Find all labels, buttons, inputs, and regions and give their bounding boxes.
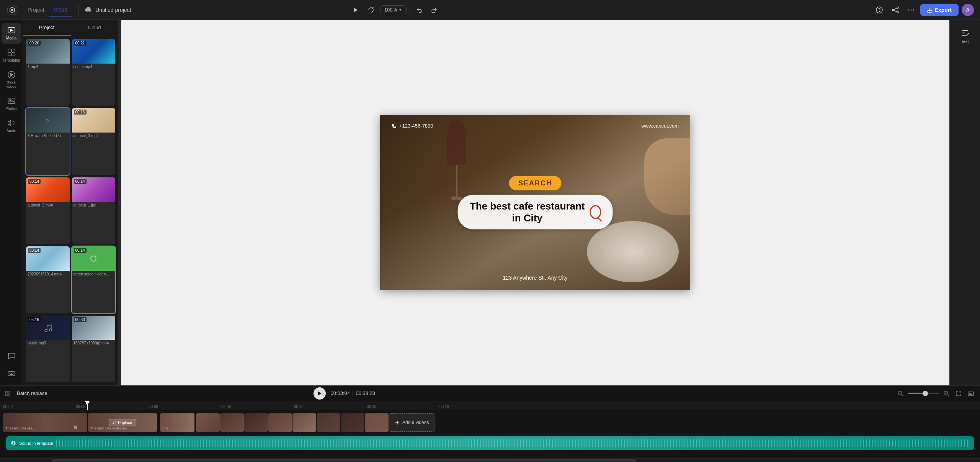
export-button[interactable]: Export — [920, 4, 959, 16]
small-video-clip[interactable] — [317, 413, 340, 432]
timeline-scroll-thumb[interactable] — [52, 459, 636, 462]
sidebar-item-audio[interactable]: Audio — [2, 116, 21, 136]
small-video-clip[interactable] — [292, 413, 316, 432]
small-video-clip[interactable] — [268, 413, 292, 432]
sidebar-item-photos[interactable]: Photos — [2, 93, 21, 114]
media-item[interactable]: 00:14 green screen video... — [72, 246, 116, 313]
timeline-tracks[interactable]: The best cafe res... The best cafe resta… — [0, 410, 980, 458]
video-track-row: The best cafe res... The best cafe resta… — [0, 410, 980, 435]
timeline-zoom-slider[interactable] — [908, 393, 939, 394]
topbar-right: Export A — [873, 4, 974, 16]
audio-icon — [7, 119, 16, 127]
small-video-clip[interactable] — [365, 413, 389, 432]
video-clip-2[interactable]: The best cafe restauran... Replace — [88, 413, 157, 432]
phone-number: +123-456-7890 — [399, 123, 433, 129]
media-filename: 3 How to Speed Up ... — [26, 133, 70, 139]
caption-btn[interactable] — [966, 389, 975, 398]
preview-website: www.capcut.com — [641, 123, 679, 129]
media-thumb: 00:14 — [26, 246, 70, 271]
media-cloud-tab[interactable]: Cloud — [71, 20, 119, 36]
ruler-mark: 00:15 — [367, 405, 439, 410]
export-label: Export — [935, 7, 952, 13]
photos-icon — [7, 97, 16, 105]
media-thumb: 00:14 — [72, 246, 116, 271]
media-filename: green screen video... — [72, 271, 116, 277]
sidebar-item-comment[interactable] — [2, 349, 21, 363]
help-btn[interactable] — [873, 5, 886, 15]
timeline-playhead[interactable] — [87, 401, 88, 410]
media-item[interactable]: 00:14 autocut_1.jpg — [72, 177, 116, 244]
replace-icon — [113, 421, 117, 424]
sidebar-item-keyboard[interactable] — [2, 366, 21, 381]
media-thumb: 00:33 — [72, 316, 116, 340]
zoom-level: 100% — [384, 7, 397, 13]
audio-track[interactable]: Sound in template — [6, 436, 974, 450]
sidebar-item-media[interactable]: Media — [2, 23, 21, 44]
video-clip-1[interactable]: The best cafe res... — [3, 413, 87, 432]
redo-btn[interactable] — [428, 5, 441, 15]
search-main-text: The best cafe restaurant in City — [469, 200, 585, 224]
media-item[interactable]: 2x 3 How to Speed Up ... — [26, 108, 70, 175]
media-filename: autocut_3.mp4 — [72, 133, 116, 139]
media-item[interactable]: 05:16 music.mp3 — [26, 316, 70, 382]
play-button[interactable] — [314, 387, 326, 400]
text-properties-item[interactable]: Text — [952, 25, 978, 48]
sidebar-item-stock-videos[interactable]: Stock videos — [2, 67, 21, 92]
media-project-tab[interactable]: Project — [23, 20, 71, 36]
media-item[interactable]: 00:33 168787 (1080p).mp4 — [72, 316, 116, 382]
video-clip-3[interactable]: 8.6s — [160, 413, 194, 432]
media-duration: 00:26 — [28, 41, 41, 46]
media-item[interactable]: 00:14 202309151914.mp4 — [26, 246, 70, 313]
media-item[interactable]: 00:13 autocut_3.mp4 — [72, 108, 116, 175]
small-video-clip[interactable] — [244, 413, 268, 432]
project-tab[interactable]: Project — [23, 3, 49, 16]
media-duration: 00:13 — [74, 110, 87, 115]
fullscreen-btn[interactable] — [954, 389, 963, 398]
svg-point-10 — [910, 9, 911, 10]
templates-label: Templates — [3, 58, 20, 63]
timeline-area: Batch replace 00:03:04 | 00:38:28 — [0, 385, 980, 462]
svg-rect-17 — [12, 53, 15, 56]
small-video-clip[interactable] — [220, 413, 244, 432]
clip-gap — [157, 413, 160, 432]
export-icon — [927, 7, 933, 13]
loop-btn[interactable] — [365, 5, 377, 15]
website-url: www.capcut.com — [641, 123, 679, 129]
zoom-out-btn[interactable] — [896, 389, 905, 398]
media-panel-tabs: Project Cloud — [23, 20, 118, 36]
play-preview-btn[interactable] — [350, 5, 362, 15]
avatar[interactable]: A — [962, 4, 974, 16]
timeline-scrollbar[interactable] — [0, 458, 980, 462]
hand-area — [644, 138, 690, 215]
search-text-box: The best cafe restaurant in City — [458, 195, 613, 229]
media-item[interactable]: 00:21 ocean.mp4 — [72, 39, 116, 106]
templates-icon — [7, 48, 16, 57]
more-btn[interactable] — [905, 5, 917, 15]
media-thumb: 2x — [26, 108, 70, 133]
media-item[interactable]: 00:26 1.mp4 — [26, 39, 70, 106]
zoom-control[interactable]: 100% — [380, 5, 407, 14]
svg-rect-31 — [8, 394, 10, 396]
ruler-mark: 00:00 — [3, 405, 76, 410]
cloud-tab[interactable]: Cloud — [49, 3, 72, 16]
add-icon — [395, 420, 400, 425]
media-filename: music.mp3 — [26, 340, 70, 346]
media-duration: 00:14 — [28, 248, 41, 253]
media-thumb: 00:14 — [26, 177, 70, 202]
small-video-clip[interactable] — [341, 413, 364, 432]
media-filename: 168787 (1080p).mp4 — [72, 340, 116, 346]
media-item[interactable]: 00:14 autocut_2.mp4 — [26, 177, 70, 244]
small-video-clip[interactable] — [196, 413, 220, 432]
undo-btn[interactable] — [413, 5, 425, 15]
text-icon — [960, 28, 970, 38]
audio-track-row: Sound in template — [0, 435, 980, 452]
stock-videos-icon — [7, 70, 16, 79]
icon-sidebar: Media Templates Stock videos — [0, 20, 23, 385]
sidebar-item-templates[interactable]: Templates — [2, 45, 21, 66]
batch-replace-button[interactable]: Batch replace — [14, 389, 51, 398]
zoom-in-btn[interactable] — [942, 389, 951, 398]
batch-replace-label: Batch replace — [17, 390, 47, 396]
svg-rect-12 — [928, 11, 932, 12]
share-btn[interactable] — [889, 5, 902, 15]
add-videos-button[interactable]: Add 9 videos — [389, 413, 434, 432]
